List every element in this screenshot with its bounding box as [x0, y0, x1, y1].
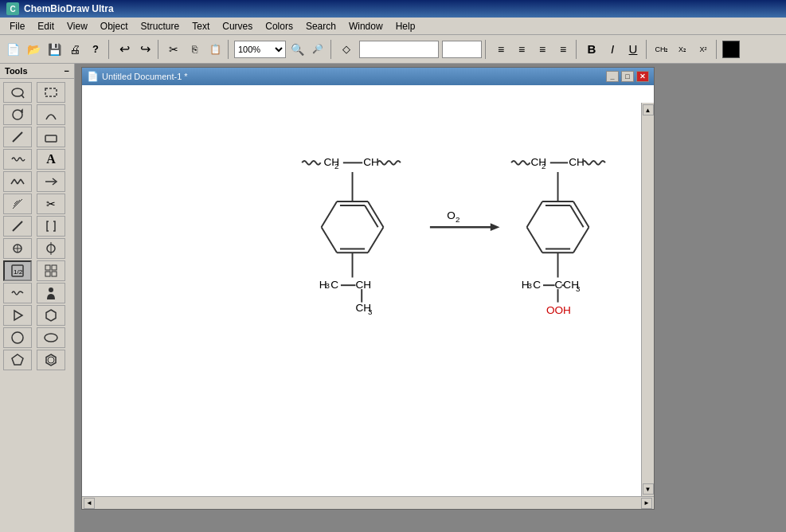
hscroll-track[interactable]	[95, 499, 641, 507]
wedge-tool[interactable]	[3, 216, 32, 237]
menu-colors[interactable]: Colors	[259, 19, 299, 33]
tools-collapse-icon[interactable]: −	[65, 66, 69, 76]
app-icon: C	[6, 2, 19, 15]
template-ring-tool[interactable]: 1/2	[3, 260, 32, 281]
rotate-tool[interactable]	[3, 104, 32, 125]
bracket-tool[interactable]	[37, 216, 65, 237]
menu-file[interactable]: File	[3, 19, 31, 33]
document-canvas[interactable]: ▲ ▼ CH 2 CH	[82, 85, 654, 496]
tools-header: Tools −	[0, 64, 74, 79]
main-area: Tools −	[0, 64, 786, 532]
align-right-button[interactable]: ≡	[533, 40, 552, 59]
fill-color-selector[interactable]	[359, 41, 439, 58]
cut-button[interactable]: ✂	[164, 40, 183, 59]
copy-button[interactable]: ⎘	[185, 40, 204, 59]
maximize-button[interactable]: □	[621, 71, 634, 82]
paste-button[interactable]: 📋	[205, 40, 225, 59]
hash-bond-tool[interactable]	[3, 194, 32, 214]
document-title: Untitled Document-1 *	[102, 72, 188, 81]
svg-text:3: 3	[576, 284, 580, 293]
print-button[interactable]: 🖨	[65, 40, 84, 59]
svg-text:2: 2	[456, 215, 459, 224]
ch2-button[interactable]: CH₂	[652, 40, 671, 59]
menu-object[interactable]: Object	[94, 19, 135, 33]
pentagon-ring-tool[interactable]	[3, 350, 32, 370]
bond-single-tool[interactable]	[3, 127, 32, 147]
tools-label: Tools	[5, 66, 28, 76]
toolbar-sep-7	[646, 40, 649, 59]
minimize-button[interactable]: _	[606, 71, 619, 82]
menu-text[interactable]: Text	[186, 19, 216, 33]
eraser-tool[interactable]	[37, 127, 65, 147]
help-button[interactable]: ?	[86, 40, 105, 59]
svg-line-7	[14, 179, 18, 184]
align-left-button[interactable]: ≡	[491, 40, 510, 59]
undo-button[interactable]: ↩	[115, 40, 134, 59]
svg-text:2: 2	[334, 162, 338, 170]
svg-point-26	[49, 288, 53, 292]
menu-window[interactable]: Window	[342, 19, 389, 33]
menu-search[interactable]: Search	[299, 19, 342, 33]
toolbar-sep-5	[485, 40, 488, 59]
align-center-button[interactable]: ≡	[512, 40, 531, 59]
svg-text:C: C	[330, 279, 338, 291]
benzene-ring-tool[interactable]	[37, 350, 65, 370]
toolbar-sep-1	[108, 40, 111, 59]
template-grid-tool[interactable]	[37, 260, 65, 281]
circle-tool[interactable]	[3, 327, 32, 348]
atom-map-tool[interactable]	[3, 238, 32, 259]
svg-line-14	[13, 221, 22, 231]
scroll-left-arrow[interactable]: ◄	[84, 498, 95, 509]
horizontal-scrollbar[interactable]: ◄ ►	[82, 496, 654, 509]
chemistry-diagram: CH 2 CH	[82, 85, 654, 496]
toolbar-sep-6	[576, 40, 579, 59]
zoom-select[interactable]: 50% 75% 100% 150% 200%	[234, 41, 286, 58]
play-tool[interactable]	[3, 305, 32, 326]
menu-curves[interactable]: Curves	[216, 19, 259, 33]
superscript-button[interactable]: X²	[694, 40, 713, 59]
hexagon-tool[interactable]	[37, 305, 65, 326]
attach-tool[interactable]	[37, 238, 65, 259]
doc-area: 📄 Untitled Document-1 * _ □ ✕ ▲ ▼	[75, 64, 786, 532]
close-button[interactable]: ✕	[636, 71, 649, 82]
oval-tool[interactable]	[37, 327, 65, 348]
redo-button[interactable]: ↪	[135, 40, 154, 59]
zoom-in-button[interactable]: 🔍	[287, 40, 307, 59]
menu-view[interactable]: View	[61, 19, 94, 33]
chain-tool[interactable]	[3, 171, 32, 192]
menu-structure[interactable]: Structure	[135, 19, 186, 33]
line-color-selector[interactable]	[442, 41, 482, 58]
menu-edit[interactable]: Edit	[31, 19, 61, 33]
svg-rect-23	[52, 265, 57, 270]
italic-button[interactable]: I	[603, 40, 622, 59]
lasso-select-tool[interactable]	[3, 82, 32, 103]
document-titlebar: 📄 Untitled Document-1 * _ □ ✕	[82, 68, 654, 85]
justify-button[interactable]: ≡	[553, 40, 573, 59]
new-button[interactable]: 📄	[3, 40, 22, 59]
svg-text:3: 3	[325, 281, 329, 290]
subscript-button[interactable]: X₂	[673, 40, 692, 59]
bold-button[interactable]: B	[582, 40, 601, 59]
person-tool[interactable]	[37, 283, 65, 303]
scroll-right-arrow[interactable]: ►	[641, 498, 652, 509]
tools-panel: Tools −	[0, 64, 75, 532]
wavy-bond-tool[interactable]	[3, 149, 32, 170]
open-button[interactable]: 📂	[24, 40, 43, 59]
svg-marker-58	[491, 223, 500, 231]
svg-line-8	[18, 179, 21, 184]
underline-button[interactable]: U	[624, 40, 643, 59]
zoom-out-button[interactable]: 🔎	[308, 40, 327, 59]
scissor-tool[interactable]: ✂	[37, 194, 65, 214]
arrow-tool[interactable]	[37, 171, 65, 192]
menu-help[interactable]: Help	[389, 19, 422, 33]
text-tool[interactable]: A	[37, 149, 65, 170]
wavy-line-tool[interactable]	[3, 283, 32, 303]
app-title: ChemBioDraw Ultra	[24, 3, 114, 14]
bond-curved-tool[interactable]	[37, 104, 65, 125]
menu-bar: File Edit View Object Structure Text Cur…	[0, 18, 786, 35]
shape-tool-button[interactable]: ◇	[337, 40, 356, 59]
svg-line-6	[11, 179, 14, 184]
save-button[interactable]: 💾	[45, 40, 64, 59]
rect-select-tool[interactable]	[37, 82, 65, 103]
color-swatch[interactable]	[722, 41, 740, 58]
